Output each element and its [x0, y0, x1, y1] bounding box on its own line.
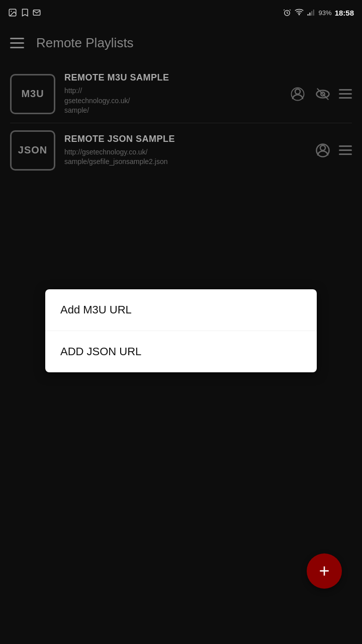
json-icon: JSON — [10, 130, 55, 171]
svg-point-1 — [11, 11, 12, 12]
page-title: Remote Playlists — [36, 35, 134, 51]
fab-plus-icon: + — [319, 562, 329, 580]
playlist-list: M3U REMOTE M3U SAMPLE http://gsetechnolo… — [0, 60, 362, 183]
popup-item-add-m3u[interactable]: Add M3U URL — [45, 289, 317, 331]
status-bar-left — [8, 8, 41, 17]
m3u-user-icon[interactable] — [289, 85, 307, 103]
popup-item-add-json[interactable]: ADD JSON URL — [45, 331, 317, 372]
m3u-icon-label: M3U — [21, 88, 44, 100]
fab-add-button[interactable]: + — [307, 553, 342, 589]
battery-indicator: 93% — [319, 9, 332, 17]
playlist-item-m3u: M3U REMOTE M3U SAMPLE http://gsetechnolo… — [0, 65, 362, 123]
status-right-icons: 93% 18:58 — [283, 8, 354, 17]
json-name: REMOTE JSON SAMPLE — [64, 134, 305, 144]
playlist-item-json: JSON REMOTE JSON SAMPLE http://gsetechno… — [0, 123, 362, 178]
hamburger-menu-icon[interactable] — [10, 38, 24, 48]
svg-point-10 — [320, 145, 325, 150]
m3u-visibility-icon[interactable] — [314, 85, 332, 103]
m3u-url: http://gsetechnology.co.uk/sample/ — [64, 86, 280, 116]
status-time: 18:58 — [335, 9, 354, 17]
popup-menu: Add M3U URL ADD JSON URL — [45, 289, 317, 372]
m3u-actions — [289, 85, 352, 103]
svg-point-4 — [299, 14, 300, 15]
json-url: http://gsetechnology.co.uk/sample/gsefil… — [64, 147, 305, 167]
app-bar: Remote Playlists — [0, 25, 362, 60]
m3u-info: REMOTE M3U SAMPLE http://gsetechnology.c… — [64, 72, 280, 116]
json-info: REMOTE JSON SAMPLE http://gsetechnology.… — [64, 134, 305, 167]
json-actions — [314, 141, 352, 159]
json-icon-label: JSON — [18, 144, 47, 156]
m3u-name: REMOTE M3U SAMPLE — [64, 72, 280, 83]
json-menu-icon[interactable] — [339, 145, 352, 155]
m3u-menu-icon[interactable] — [339, 89, 352, 99]
m3u-icon: M3U — [10, 74, 55, 114]
json-user-icon[interactable] — [314, 141, 332, 159]
notification-icons — [8, 8, 41, 17]
svg-point-5 — [295, 89, 300, 94]
status-bar: 93% 18:58 — [0, 0, 362, 25]
